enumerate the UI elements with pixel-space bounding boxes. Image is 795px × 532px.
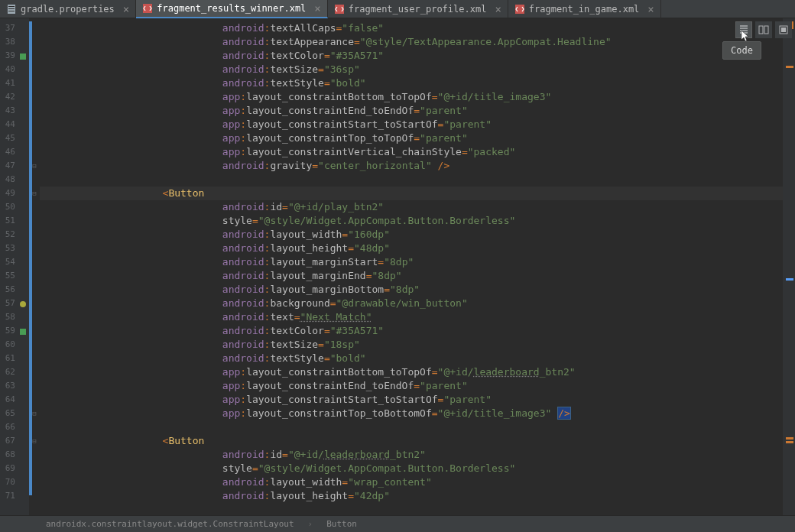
close-icon[interactable]: × <box>123 3 129 15</box>
close-icon[interactable]: × <box>495 3 501 15</box>
breadcrumb-separator: › <box>308 519 313 529</box>
breadcrumb-item[interactable]: androidx.constraintlayout.widget.Constra… <box>46 519 294 529</box>
line-number-gutter[interactable]: 3738394041424344454647484950515253545556… <box>0 18 29 515</box>
tab-label: gradle.properties <box>21 4 115 15</box>
error-stripe[interactable] <box>783 18 795 515</box>
editor-area: 3738394041424344454647484950515253545556… <box>0 18 795 515</box>
close-icon[interactable]: × <box>647 3 654 15</box>
tab-label: fragment_user_profile.xml <box>349 4 487 15</box>
svg-rect-6 <box>515 5 524 14</box>
svg-rect-5 <box>335 5 344 14</box>
design-view-button[interactable] <box>775 21 792 38</box>
svg-rect-8 <box>764 26 768 34</box>
xml-icon <box>514 4 525 15</box>
tooltip: Code <box>722 41 761 60</box>
tab-label: fragment_results_winner.xml <box>157 3 306 14</box>
tab-fragment-in-game[interactable]: fragment_in_game.xml × <box>508 0 661 18</box>
xml-icon <box>142 3 153 14</box>
mouse-cursor <box>741 31 751 43</box>
svg-rect-7 <box>759 26 763 34</box>
svg-rect-4 <box>143 4 152 13</box>
svg-rect-10 <box>781 28 786 32</box>
close-icon[interactable]: × <box>314 2 320 15</box>
svg-rect-1 <box>8 6 15 7</box>
breadcrumb-item[interactable]: Button <box>326 519 357 529</box>
split-view-button[interactable] <box>755 21 772 38</box>
tab-label: fragment_in_game.xml <box>529 4 640 15</box>
breadcrumb-bar[interactable]: androidx.constraintlayout.widget.Constra… <box>0 515 795 532</box>
code-editor[interactable]: android:textAllCaps="false" android:text… <box>40 18 783 515</box>
tab-fragment-results-winner[interactable]: fragment_results_winner.xml × <box>136 0 328 18</box>
svg-rect-3 <box>8 11 15 11</box>
svg-rect-2 <box>8 8 15 9</box>
xml-icon <box>334 4 345 15</box>
vcs-change-stripe <box>29 21 32 495</box>
tab-fragment-user-profile[interactable]: fragment_user_profile.xml × <box>328 0 508 18</box>
file-icon <box>6 4 17 15</box>
tab-gradle-properties[interactable]: gradle.properties × <box>0 0 136 18</box>
editor-tabs: gradle.properties × fragment_results_win… <box>0 0 795 18</box>
